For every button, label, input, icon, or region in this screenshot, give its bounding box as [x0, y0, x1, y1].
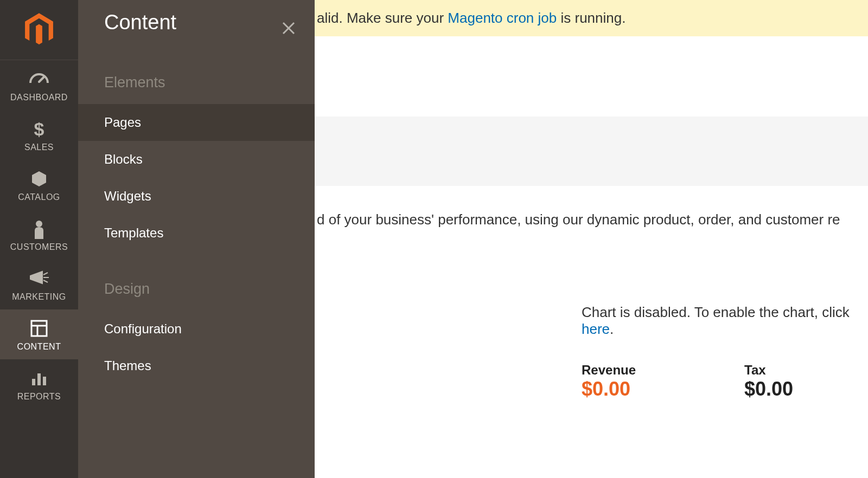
stat-revenue: Revenue $0.00 — [582, 363, 636, 401]
sidebar-label: CONTENT — [0, 342, 78, 352]
tax-label: Tax — [744, 363, 793, 378]
tax-value: $0.00 — [744, 378, 793, 401]
person-icon — [0, 219, 78, 238]
stats-row: Revenue $0.00 Tax $0.00 — [582, 338, 868, 401]
group-elements: Elements — [78, 67, 315, 104]
logo[interactable] — [0, 0, 78, 60]
content-flyout: Content Elements Pages Blocks Widgets Te… — [78, 0, 315, 478]
gauge-icon — [0, 70, 78, 88]
flyout-title: Content — [104, 11, 289, 34]
chart-enable-link[interactable]: here — [582, 321, 610, 337]
sidebar-item-marketing[interactable]: MARKETING — [0, 260, 78, 309]
link-pages[interactable]: Pages — [78, 104, 315, 141]
sidebar-item-content[interactable]: CONTENT — [0, 309, 78, 359]
sidebar-label: DASHBOARD — [0, 93, 78, 102]
revenue-label: Revenue — [582, 363, 636, 378]
sidebar-item-customers[interactable]: CUSTOMERS — [0, 210, 78, 260]
close-icon[interactable] — [278, 17, 299, 39]
sidebar-item-catalog[interactable]: CATALOG — [0, 160, 78, 210]
notice-suffix: is running. — [557, 10, 626, 26]
sidebar-label: MARKETING — [0, 292, 78, 302]
sidebar-label: CUSTOMERS — [0, 242, 78, 252]
group-design: Design — [78, 273, 315, 311]
svg-rect-2 — [31, 321, 47, 336]
svg-rect-7 — [43, 377, 46, 385]
cron-link[interactable]: Magento cron job — [448, 10, 557, 26]
notice-prefix: alid — [317, 10, 339, 26]
sidebar-item-sales[interactable]: $ SALES — [0, 110, 78, 160]
svg-rect-5 — [32, 379, 35, 385]
sidebar-item-dashboard[interactable]: DASHBOARD — [0, 60, 78, 110]
admin-sidebar: DASHBOARD $ SALES CATALOG CUSTOMERS MARK… — [0, 0, 78, 478]
chart-disabled-message: Chart is disabled. To enable the chart, … — [582, 229, 868, 338]
svg-rect-6 — [37, 373, 41, 385]
dollar-icon: $ — [0, 120, 78, 138]
box-icon — [0, 170, 78, 188]
sidebar-item-reports[interactable]: REPORTS — [0, 359, 78, 409]
stat-tax: Tax $0.00 — [744, 363, 793, 401]
revenue-value: $0.00 — [582, 378, 636, 401]
sidebar-label: SALES — [0, 143, 78, 152]
flyout-header: Content — [78, 11, 315, 67]
link-templates[interactable]: Templates — [78, 215, 315, 251]
sidebar-label: CATALOG — [0, 192, 78, 202]
link-themes[interactable]: Themes — [78, 347, 315, 384]
svg-line-0 — [39, 76, 44, 82]
notice-mid: . Make sure your — [339, 10, 448, 26]
link-blocks[interactable]: Blocks — [78, 141, 315, 178]
sidebar-label: REPORTS — [0, 392, 78, 402]
chart-msg-end: . — [610, 321, 614, 337]
svg-point-1 — [36, 221, 42, 227]
megaphone-icon — [0, 269, 78, 288]
bars-icon — [0, 369, 78, 387]
layout-icon — [0, 319, 78, 338]
link-widgets[interactable]: Widgets — [78, 178, 315, 215]
link-configuration[interactable]: Configuration — [78, 311, 315, 347]
magento-logo-icon — [23, 12, 55, 48]
chart-msg-text: Chart is disabled. To enable the chart, … — [582, 304, 850, 320]
